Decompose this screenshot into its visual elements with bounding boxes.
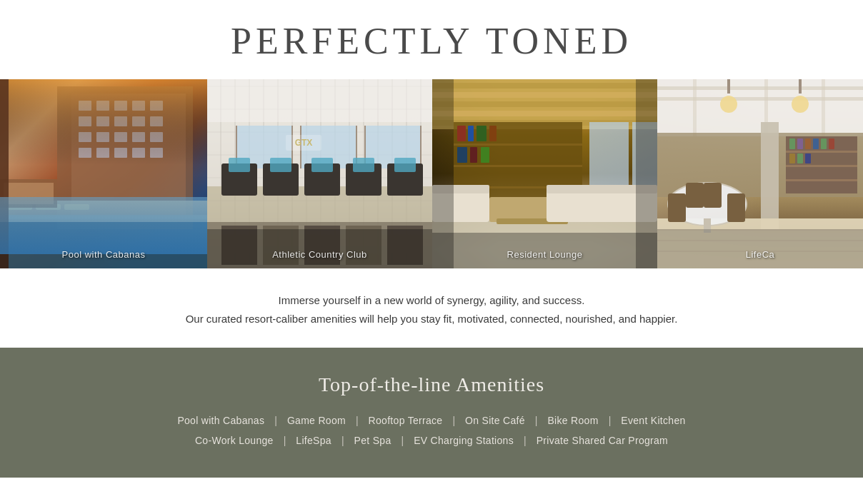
svg-rect-106 bbox=[786, 151, 857, 153]
svg-rect-92 bbox=[432, 79, 454, 268]
svg-rect-101 bbox=[727, 79, 730, 94]
svg-rect-118 bbox=[761, 122, 779, 229]
svg-rect-51 bbox=[270, 158, 291, 172]
svg-rect-97 bbox=[693, 79, 697, 136]
svg-rect-22 bbox=[0, 79, 207, 165]
photo-gym-label: Athletic Country Club bbox=[207, 249, 432, 260]
amenity-bike: Bike Room bbox=[547, 415, 598, 426]
photo-gym: GTX Athletic Country Club bbox=[207, 79, 432, 268]
svg-rect-30 bbox=[4, 183, 54, 204]
sep-9: | bbox=[524, 435, 527, 446]
main-title: PERFECTLY TONED bbox=[0, 20, 863, 62]
svg-rect-75 bbox=[457, 126, 466, 141]
svg-rect-52 bbox=[311, 158, 333, 172]
amenity-cowork: Co-Work Lounge bbox=[195, 435, 274, 446]
sep-6: | bbox=[284, 435, 286, 446]
svg-rect-77 bbox=[477, 126, 487, 141]
svg-rect-115 bbox=[789, 153, 795, 163]
svg-rect-82 bbox=[589, 122, 629, 193]
svg-rect-31 bbox=[0, 79, 9, 268]
description-section: Immerse yourself in a new world of syner… bbox=[0, 268, 863, 348]
svg-rect-127 bbox=[727, 193, 745, 222]
svg-rect-27 bbox=[36, 204, 61, 210]
svg-rect-67 bbox=[432, 101, 657, 107]
photo-lounge-label: Resident Lounge bbox=[432, 249, 657, 260]
sep-5: | bbox=[609, 415, 612, 426]
photo-lounge: Resident Lounge bbox=[432, 79, 657, 268]
sep-1: | bbox=[274, 415, 277, 426]
amenities-row-1: Pool with Cabanas | Game Room | Rooftop … bbox=[43, 415, 820, 426]
svg-rect-95 bbox=[657, 86, 863, 90]
amenity-car-program: Private Shared Car Program bbox=[537, 435, 668, 446]
svg-rect-128 bbox=[686, 183, 704, 208]
svg-rect-117 bbox=[805, 153, 811, 163]
svg-rect-103 bbox=[799, 79, 802, 94]
svg-rect-50 bbox=[229, 158, 250, 172]
amenity-pet-spa: Pet Spa bbox=[354, 435, 391, 446]
svg-rect-44 bbox=[420, 126, 421, 168]
svg-rect-34 bbox=[207, 79, 432, 122]
svg-rect-112 bbox=[813, 138, 819, 149]
svg-rect-24 bbox=[0, 216, 207, 219]
svg-rect-71 bbox=[454, 143, 582, 146]
amenity-cafe: On Site Café bbox=[465, 415, 525, 426]
photo-cafe-label: LifeCa bbox=[657, 249, 863, 260]
amenity-lifespa: LifeSpa bbox=[296, 435, 331, 446]
svg-rect-109 bbox=[789, 138, 795, 149]
svg-rect-110 bbox=[797, 138, 803, 149]
svg-rect-68 bbox=[432, 111, 657, 116]
svg-rect-116 bbox=[797, 153, 803, 163]
description-line2: Our curated resort-caliber amenities wil… bbox=[57, 310, 806, 328]
svg-rect-126 bbox=[668, 193, 686, 222]
svg-rect-113 bbox=[821, 138, 827, 149]
svg-rect-107 bbox=[786, 165, 857, 167]
sep-8: | bbox=[401, 435, 404, 446]
svg-text:GTX: GTX bbox=[295, 138, 313, 148]
svg-rect-26 bbox=[7, 204, 32, 210]
svg-rect-25 bbox=[0, 201, 207, 222]
svg-rect-65 bbox=[432, 83, 657, 89]
amenities-row-2: Co-Work Lounge | LifeSpa | Pet Spa | EV … bbox=[43, 435, 820, 446]
photo-strip: Pool with Cabanas bbox=[0, 79, 863, 268]
photo-pool-label: Pool with Cabanas bbox=[0, 249, 207, 260]
svg-rect-72 bbox=[454, 165, 582, 167]
amenity-kitchen: Event Kitchen bbox=[621, 415, 685, 426]
svg-rect-81 bbox=[481, 147, 489, 163]
top-section: PERFECTLY TONED bbox=[0, 0, 863, 79]
svg-rect-93 bbox=[636, 79, 657, 268]
sep-3: | bbox=[452, 415, 455, 426]
svg-rect-80 bbox=[470, 147, 477, 163]
svg-rect-99 bbox=[822, 79, 825, 136]
sep-4: | bbox=[535, 415, 538, 426]
svg-rect-96 bbox=[657, 97, 863, 101]
svg-rect-76 bbox=[468, 126, 474, 141]
amenities-title: Top-of-the-line Amenities bbox=[43, 373, 820, 396]
svg-rect-114 bbox=[829, 138, 834, 149]
svg-rect-32 bbox=[0, 222, 207, 268]
svg-rect-78 bbox=[489, 126, 497, 141]
description-line1: Immerse yourself in a new world of syner… bbox=[57, 291, 806, 310]
amenity-game-room: Game Room bbox=[287, 415, 346, 426]
svg-point-100 bbox=[720, 96, 737, 113]
svg-rect-54 bbox=[394, 158, 416, 172]
amenity-ev: EV Charging Stations bbox=[414, 435, 514, 446]
svg-rect-129 bbox=[704, 183, 722, 208]
svg-rect-28 bbox=[64, 204, 89, 210]
svg-rect-111 bbox=[805, 138, 811, 149]
svg-rect-79 bbox=[457, 147, 467, 163]
amenity-rooftop: Rooftop Terrace bbox=[369, 415, 443, 426]
svg-rect-108 bbox=[786, 179, 857, 181]
svg-rect-66 bbox=[432, 92, 657, 98]
svg-rect-53 bbox=[353, 158, 374, 172]
sep-7: | bbox=[341, 435, 344, 446]
sep-2: | bbox=[356, 415, 359, 426]
amenities-section: Top-of-the-line Amenities Pool with Caba… bbox=[0, 348, 863, 478]
svg-point-102 bbox=[792, 96, 809, 113]
photo-cafe: LifeCa bbox=[657, 79, 863, 268]
photo-pool: Pool with Cabanas bbox=[0, 79, 207, 268]
amenity-pool: Pool with Cabanas bbox=[177, 415, 264, 426]
